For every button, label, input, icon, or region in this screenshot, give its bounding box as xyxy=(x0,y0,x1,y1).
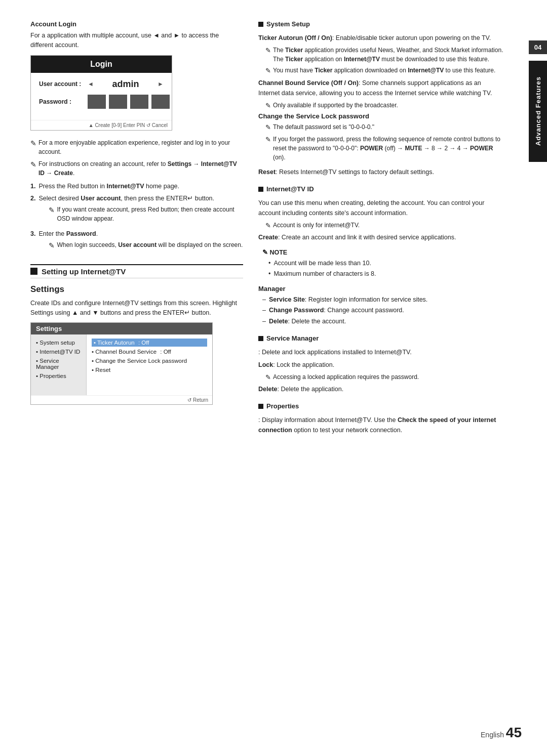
settings-right-content: • Ticker Autorun : Off • Channel Bound S… xyxy=(87,334,212,395)
settings-heading: Settings xyxy=(30,284,243,295)
note-bullet-2: • Maximum number of characters is 8. xyxy=(268,269,499,279)
step-1: 1. Press the Red button in Internet@TV h… xyxy=(30,182,243,191)
step-3: 3. Enter the Password. ✎ When login succ… xyxy=(30,229,243,254)
settings-channel-bound: • Channel Bound Service : Off xyxy=(92,348,207,356)
delete-text: Delete: Delete the application. xyxy=(258,384,503,394)
menu-properties: • Properties xyxy=(34,372,83,380)
internet-tv-id-heading-row: Internet@TV ID xyxy=(258,185,503,196)
settings-box: Settings • System setup • Internet@TV ID… xyxy=(30,322,213,405)
password-dots xyxy=(88,95,170,109)
ticker-autorun-text: Ticker Autorun (Off / On): Enable/disabl… xyxy=(258,33,503,43)
user-account-value: admin xyxy=(97,79,154,90)
ticker-note-1-text: The Ticker application provides useful N… xyxy=(273,46,503,64)
chapter-number: 04 xyxy=(529,40,547,54)
login-box-body: User account : ◄ admin ► Password : xyxy=(31,73,172,120)
ticker-note-2-icon: ✎ xyxy=(265,66,271,76)
properties-square xyxy=(258,404,263,409)
step-3-note-text: When login succeeds, User account will b… xyxy=(57,240,243,249)
internet-tv-id-square xyxy=(258,187,263,192)
section-bar-square xyxy=(30,268,37,275)
note-1: ✎ For a more enjoyable application exper… xyxy=(30,138,243,156)
right-arrow-icon: ► xyxy=(158,80,164,88)
change-pwd-note-2: ✎ If you forget the password, press the … xyxy=(265,135,503,162)
setting-up-title: Setting up Internet@TV xyxy=(42,267,126,276)
step-2-content: Select desired User account, then press … xyxy=(38,194,243,226)
step-3-note-icon: ✎ xyxy=(49,240,55,251)
menu-internet-tv-id: • Internet@TV ID xyxy=(34,348,83,356)
manager-change-password: – Change Password: Change account passwo… xyxy=(262,306,503,315)
page-container: Advanced Features 04 Account Login For a… xyxy=(0,0,547,756)
user-account-label: User account : xyxy=(39,80,85,88)
step-2-note: ✎ If you want create account, press Red … xyxy=(49,205,243,223)
chapter-label: Advanced Features xyxy=(534,77,542,146)
note-icon-2: ✎ xyxy=(30,159,36,170)
service-manager-heading: Service Manager xyxy=(266,334,319,342)
steps-list: 1. Press the Red button in Internet@TV h… xyxy=(30,182,243,254)
pwd-block-3 xyxy=(130,95,148,109)
manager-service-site-text: Service Site: Register login information… xyxy=(269,295,427,305)
manager-heading: Manager xyxy=(258,285,503,292)
settings-box-body: • System setup • Internet@TV ID • Servic… xyxy=(31,334,212,395)
internet-tv-id-note-icon: ✎ xyxy=(265,221,271,231)
settings-footer: ↺ Return xyxy=(31,395,212,404)
properties-heading: Properties xyxy=(266,402,299,410)
internet-tv-id-description: You can use this menu when creating, del… xyxy=(258,198,503,218)
manager-delete: – Delete: Delete the account. xyxy=(262,317,503,326)
step-1-num: 1. xyxy=(30,182,35,191)
step-2-text: Select desired User account, then press … xyxy=(38,195,214,202)
ticker-note-2-text: You must have Ticker application downloa… xyxy=(273,66,495,75)
manager-service-site: – Service Site: Register login informati… xyxy=(262,295,503,305)
login-user-row: User account : ◄ admin ► xyxy=(39,79,164,90)
ticker-note-2: ✎ You must have Ticker application downl… xyxy=(265,66,503,76)
note-box: ✎ NOTE • Account will be made less than … xyxy=(258,245,503,282)
channel-bound-note-icon: ✎ xyxy=(265,101,271,111)
step-1-text: Press the Red button in Internet@TV home… xyxy=(38,182,179,191)
account-login-section: Account Login For a application with mul… xyxy=(30,20,243,254)
step-3-text: Enter the Password. xyxy=(38,230,98,237)
change-pwd-note-1-icon: ✎ xyxy=(265,122,271,133)
manager-delete-text: Delete: Delete the account. xyxy=(269,317,346,326)
properties-section: Properties : Display information about I… xyxy=(258,402,503,435)
step-2-num: 2. xyxy=(30,194,35,226)
note-bullet-1: • Account will be made less than 10. xyxy=(268,259,499,268)
system-setup-heading: System Setup xyxy=(266,20,310,28)
account-login-heading: Account Login xyxy=(30,20,243,28)
service-manager-heading-row: Service Manager xyxy=(258,334,503,345)
system-setup-section: System Setup Ticker Autorun (Off / On): … xyxy=(258,20,503,177)
right-column: System Setup Ticker Autorun (Off / On): … xyxy=(258,20,503,736)
properties-heading-row: Properties xyxy=(258,402,503,413)
manager-change-password-text: Change Password: Change account password… xyxy=(269,306,404,315)
setting-up-bar: Setting up Internet@TV xyxy=(30,264,243,278)
change-pwd-note-2-text: If you forget the password, press the fo… xyxy=(273,135,503,162)
account-login-description: For a application with multiple account,… xyxy=(30,31,243,50)
settings-change-password: • Change the Service Lock password xyxy=(92,357,207,365)
pwd-block-2 xyxy=(109,95,127,109)
password-label: Password : xyxy=(39,98,85,105)
change-pwd-note-1: ✎ The default password set is "0-0-0-0." xyxy=(265,122,503,133)
step-2-note-text: If you want create account, press Red bu… xyxy=(57,205,243,223)
note-text-2: For instructions on creating an account,… xyxy=(38,159,243,178)
ticker-note-1: ✎ The Ticker application provides useful… xyxy=(265,46,503,64)
login-footer: ▲ Create [0-9] Enter PIN ↺ Cancel xyxy=(31,120,172,130)
step-2-note-icon: ✎ xyxy=(49,205,55,216)
left-column: Account Login For a application with mul… xyxy=(30,20,243,736)
page-label: English xyxy=(481,731,504,739)
note-text-1: For a more enjoyable application experie… xyxy=(38,138,243,156)
chapter-tab: Advanced Features xyxy=(529,61,547,162)
login-box-header: Login xyxy=(31,56,172,73)
settings-description: Create IDs and configure Internet@TV set… xyxy=(30,299,243,318)
change-password-section: Change the Service Lock password ✎ The d… xyxy=(258,112,503,162)
service-manager-section: Service Manager : Delete and lock applic… xyxy=(258,334,503,395)
service-manager-description: : Delete and lock applications installed… xyxy=(258,347,503,357)
change-pwd-note-2-icon: ✎ xyxy=(265,135,271,145)
internet-tv-id-note-text: Account is only for internet@TV. xyxy=(273,221,360,230)
login-box: Login User account : ◄ admin ► Password … xyxy=(30,55,172,131)
lock-text: Lock: Lock the application. xyxy=(258,360,503,370)
main-content: Account Login For a application with mul… xyxy=(0,0,529,756)
internet-tv-id-section: Internet@TV ID You can use this menu whe… xyxy=(258,185,503,326)
step-3-note: ✎ When login succeeds, User account will… xyxy=(49,240,243,251)
page-footer: English 45 xyxy=(481,725,522,741)
channel-bound-note: ✎ Only available if supported by the bro… xyxy=(265,101,503,111)
lock-note-icon: ✎ xyxy=(265,372,271,383)
channel-bound-text: Channel Bound Service (Off / On): Some c… xyxy=(258,78,503,98)
